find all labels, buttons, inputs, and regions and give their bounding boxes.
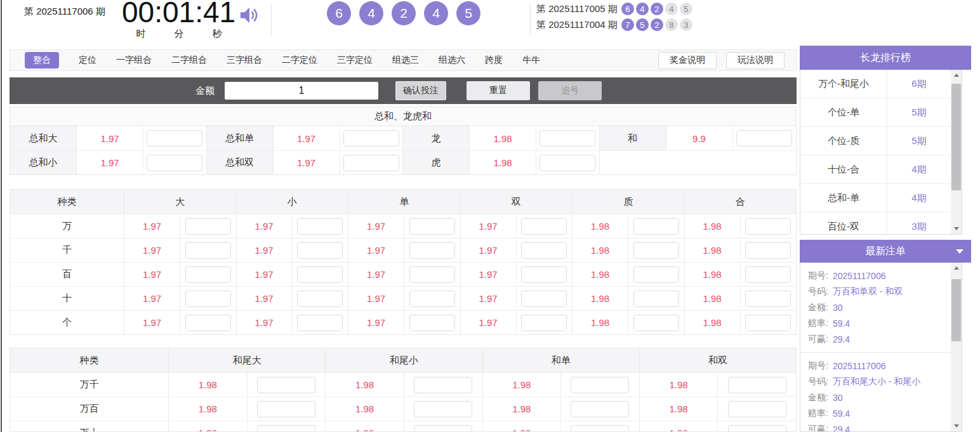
confirm-bet-button[interactable]: 确认投注 (395, 81, 446, 100)
bet-amount-input[interactable] (521, 218, 567, 235)
bet-amount-input[interactable] (745, 242, 791, 259)
bet-amount-input[interactable] (343, 155, 399, 171)
scroll-thumb[interactable] (951, 84, 961, 190)
dragon-rank-row: 总和-单4期 (800, 184, 951, 213)
amount-input[interactable] (225, 82, 378, 100)
scroll-thumb[interactable] (951, 279, 961, 341)
bet-amount-input[interactable] (745, 315, 791, 331)
bet-amount-input[interactable] (521, 242, 567, 259)
bet-amount-input[interactable] (633, 315, 679, 331)
play-tab[interactable]: 二字定位 (282, 55, 317, 66)
bet-amount-input[interactable] (571, 425, 629, 432)
bet-amount-input[interactable] (633, 242, 679, 259)
bet-odds: 1.97 (461, 287, 517, 310)
bet-amount-input[interactable] (540, 130, 595, 147)
bet-amount-input[interactable] (185, 218, 231, 235)
chase-number-button[interactable]: 追号 (538, 81, 602, 100)
bet-input-cell (628, 239, 684, 262)
play-tab[interactable]: 定位 (79, 55, 96, 66)
bet-input-cell (293, 287, 348, 310)
bet-amount-input[interactable] (728, 425, 786, 432)
bet-amount-input[interactable] (297, 315, 343, 331)
row-label: 万千 (10, 373, 169, 396)
bet-amount-input[interactable] (736, 130, 792, 147)
bet-input-cell (340, 126, 404, 150)
play-tab[interactable]: 三字组合 (227, 55, 262, 66)
bet-amount-input[interactable] (728, 377, 786, 393)
bet-amount-input[interactable] (297, 218, 343, 235)
bet-amount-input[interactable] (414, 401, 472, 417)
bet-amount-input[interactable] (728, 401, 786, 417)
bet-label: 总和单 (207, 126, 274, 150)
result-ball: 2 (392, 1, 416, 25)
play-tab[interactable]: 组选三 (392, 55, 419, 66)
bet-amount-input[interactable] (414, 377, 472, 393)
bet-amount-input[interactable] (571, 377, 629, 393)
bet-amount-input[interactable] (147, 155, 202, 171)
bet-cell-group: 1.97 (348, 263, 461, 286)
help-button[interactable]: 奖金说明 (658, 52, 717, 69)
scroll-up-button[interactable] (951, 263, 962, 273)
bet-amount-input[interactable] (257, 377, 315, 393)
bet-label: 虎 (403, 151, 470, 174)
play-tab[interactable]: 一字组合 (116, 55, 152, 66)
bet-odds: 1.98 (470, 151, 536, 174)
bet-number-line: 号码:万百和尾大小 - 和尾小 (808, 374, 951, 389)
scroll-down-button[interactable] (951, 421, 962, 431)
bet-amount-input[interactable] (257, 425, 315, 432)
bet-amount-bar: 金额 确认投注 重置 追号 (10, 77, 797, 104)
bet-amount-input[interactable] (185, 291, 231, 307)
play-tab[interactable]: 组选六 (439, 55, 465, 66)
chevron-down-icon[interactable] (956, 249, 963, 254)
bet-amount-input[interactable] (521, 291, 567, 307)
bet-amount-input[interactable] (185, 315, 231, 331)
bet-amount-input[interactable] (540, 155, 595, 171)
bet-amount-input[interactable] (409, 315, 455, 331)
bet-amount-input[interactable] (297, 266, 343, 283)
bet-amount-input[interactable] (409, 291, 455, 307)
history-ball: 5 (636, 18, 649, 31)
scrollbar[interactable] (951, 70, 962, 234)
bet-amount-input[interactable] (257, 401, 315, 417)
bet-amount-input[interactable] (745, 291, 791, 307)
bet-input-cell (718, 373, 796, 396)
bet-amount-input[interactable] (571, 401, 629, 417)
bet-amount-input[interactable] (343, 130, 399, 147)
bet-amount-input[interactable] (521, 315, 567, 331)
bet-amount-input[interactable] (147, 130, 202, 147)
bet-amount-input[interactable] (633, 291, 679, 307)
bet-amount-input[interactable] (185, 242, 231, 259)
bet-amount-input[interactable] (745, 218, 791, 235)
bet-amount-input[interactable] (409, 266, 455, 283)
play-tab[interactable]: 牛牛 (522, 55, 540, 66)
bet-cell-group: 1.97 (348, 311, 461, 334)
bet-amount-input[interactable] (185, 266, 231, 283)
bet-input-cell (741, 239, 796, 262)
help-button[interactable]: 玩法说明 (726, 52, 785, 69)
reset-button[interactable]: 重置 (467, 81, 530, 100)
bet-amount-input[interactable] (521, 266, 567, 283)
bet-input-cell (180, 311, 235, 334)
scrollbar[interactable] (951, 263, 962, 431)
table-row: 万千1.981.981.981.98 (10, 372, 796, 396)
play-tab[interactable]: 三字定位 (337, 55, 373, 66)
bet-amount-input[interactable] (745, 266, 791, 283)
bet-amount-input[interactable] (633, 266, 679, 283)
play-tab[interactable]: 跨度 (485, 55, 503, 66)
scroll-up-button[interactable] (951, 70, 962, 81)
bet-amount-input[interactable] (297, 242, 343, 259)
play-tab[interactable]: 整合 (25, 52, 59, 69)
bet-amount-input[interactable] (409, 218, 455, 235)
sound-icon[interactable] (239, 6, 259, 25)
play-tab[interactable]: 二字组合 (171, 55, 207, 66)
result-ball: 5 (456, 1, 480, 25)
bet-amount-input[interactable] (297, 291, 343, 307)
result-ball: 6 (327, 1, 351, 25)
bet-amount-input[interactable] (409, 242, 455, 259)
bet-amount-input[interactable] (414, 425, 472, 432)
scroll-down-button[interactable] (951, 223, 962, 234)
bet-input-cell (180, 239, 235, 262)
bet-amount-input[interactable] (633, 218, 679, 235)
bet-odds: 1.98 (573, 263, 628, 286)
bet-odds: 1.98 (470, 126, 536, 150)
